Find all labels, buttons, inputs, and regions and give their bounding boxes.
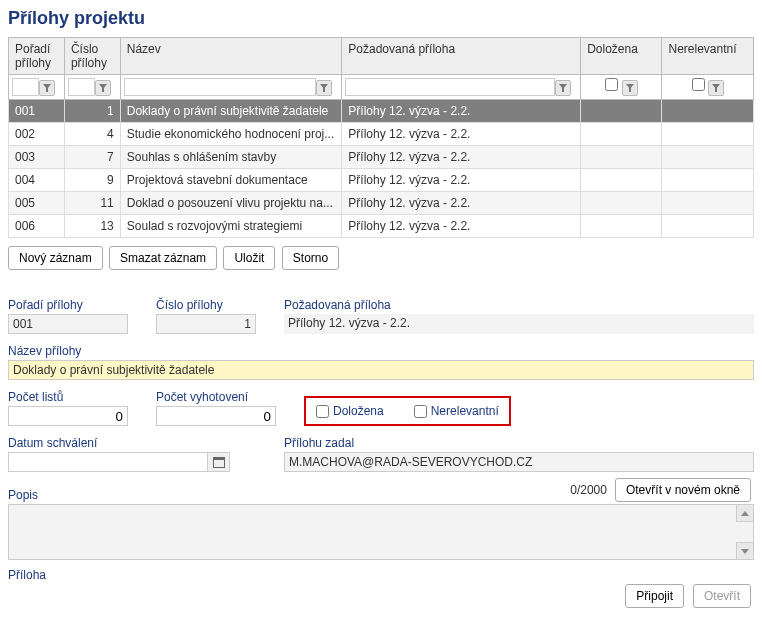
nerelevantni-checkbox[interactable] [414,405,427,418]
cell-pozad: Přílohy 12. výzva - 2.2. [342,169,581,192]
col-nazev[interactable]: Název [120,38,342,75]
poradi-label: Pořadí přílohy [8,298,128,312]
cell-nerel [662,123,754,146]
open-button[interactable]: Otevřít [693,584,751,608]
cell-pozad: Přílohy 12. výzva - 2.2. [342,192,581,215]
cell-nazev: Souhlas s ohlášením stavby [120,146,342,169]
filter-icon[interactable] [95,80,111,96]
filter-nazev[interactable] [124,78,317,96]
nazev-label: Název přílohy [8,344,754,358]
calendar-icon [213,457,225,468]
filter-poradi[interactable] [12,78,39,96]
filter-icon[interactable] [708,80,724,96]
cell-dolozena [581,100,662,123]
chevron-down-icon [741,549,749,554]
cell-nazev: Studie ekonomického hodnocení proj... [120,123,342,146]
filter-icon[interactable] [316,80,332,96]
attachments-table: Pořadí přílohy Číslo přílohy Název Požad… [8,37,754,238]
cell-cislo: 7 [64,146,120,169]
cislo-label: Číslo přílohy [156,298,256,312]
col-dolozena[interactable]: Doložena [581,38,662,75]
cell-cislo: 13 [64,215,120,238]
cell-cislo: 1 [64,100,120,123]
cell-pozad: Přílohy 12. výzva - 2.2. [342,123,581,146]
pocet-listu-label: Počet listů [8,390,128,404]
chevron-up-icon [741,511,749,516]
table-row[interactable]: 0024Studie ekonomického hodnocení proj..… [9,123,754,146]
cell-poradi: 001 [9,100,65,123]
datum-input[interactable] [8,452,208,472]
datum-label: Datum schválení [8,436,256,450]
cell-dolozena [581,169,662,192]
cell-nazev: Projektová stavební dokumentace [120,169,342,192]
filter-nerel-checkbox[interactable] [692,78,705,91]
page-title: Přílohy projektu [8,8,754,29]
scroll-down-button[interactable] [736,542,753,559]
pocet-vyhot-label: Počet vyhotovení [156,390,276,404]
highlighted-checkbox-group: Doložena Nerelevantní [304,396,511,426]
col-pozadovana[interactable]: Požadovaná příloha [342,38,581,75]
open-new-window-button[interactable]: Otevřít v novém okně [615,478,751,502]
cell-pozad: Přílohy 12. výzva - 2.2. [342,146,581,169]
cell-poradi: 003 [9,146,65,169]
zadal-value: M.MACHOVA@RADA-SEVEROVYCHOD.CZ [284,452,754,472]
cell-nerel [662,192,754,215]
attach-button[interactable]: Připojit [625,584,684,608]
pozad-label: Požadovaná příloha [284,298,754,312]
cell-nerel [662,146,754,169]
cell-pozad: Přílohy 12. výzva - 2.2. [342,100,581,123]
nazev-value[interactable]: Doklady o právní subjektivitě žadatele [8,360,754,380]
table-row[interactable]: 0049Projektová stavební dokumentacePřílo… [9,169,754,192]
dolozena-checkbox-label[interactable]: Doložena [316,404,384,418]
cell-pozad: Přílohy 12. výzva - 2.2. [342,215,581,238]
popis-label: Popis [8,488,38,502]
calendar-button[interactable] [208,452,230,472]
poradi-value: 001 [8,314,128,334]
cell-nazev: Doklady o právní subjektivitě žadatele [120,100,342,123]
cislo-value: 1 [156,314,256,334]
cell-poradi: 004 [9,169,65,192]
pocet-listu-input[interactable] [8,406,128,426]
table-row[interactable]: 00511Doklad o posouzení vlivu projektu n… [9,192,754,215]
scroll-up-button[interactable] [736,505,753,522]
table-row[interactable]: 0037Souhlas s ohlášením stavbyPřílohy 12… [9,146,754,169]
nerelevantni-checkbox-label[interactable]: Nerelevantní [414,404,499,418]
pozad-value: Přílohy 12. výzva - 2.2. [284,314,754,334]
filter-dolozena-checkbox[interactable] [605,78,618,91]
filter-icon[interactable] [39,80,55,96]
cell-nerel [662,169,754,192]
new-button[interactable]: Nový záznam [8,246,103,270]
cell-cislo: 9 [64,169,120,192]
filter-icon[interactable] [555,80,571,96]
table-row[interactable]: 0011Doklady o právní subjektivitě žadate… [9,100,754,123]
cell-dolozena [581,215,662,238]
zadal-label: Přílohu zadal [284,436,754,450]
cell-poradi: 006 [9,215,65,238]
priloha-label: Příloha [8,568,46,582]
filter-icon[interactable] [622,80,638,96]
cell-cislo: 11 [64,192,120,215]
cell-dolozena [581,146,662,169]
cell-poradi: 005 [9,192,65,215]
cell-nerel [662,100,754,123]
cell-nerel [662,215,754,238]
col-poradi[interactable]: Pořadí přílohy [9,38,65,75]
cell-cislo: 4 [64,123,120,146]
cell-dolozena [581,123,662,146]
filter-pozad[interactable] [345,78,555,96]
cell-nazev: Soulad s rozvojovými strategiemi [120,215,342,238]
cancel-button[interactable]: Storno [282,246,339,270]
popis-textarea[interactable] [8,504,754,560]
delete-button[interactable]: Smazat záznam [109,246,217,270]
col-nerelevantni[interactable]: Nerelevantní [662,38,754,75]
filter-cislo[interactable] [68,78,95,96]
popis-counter: 0/2000 [570,483,607,497]
cell-nazev: Doklad o posouzení vlivu projektu na... [120,192,342,215]
pocet-vyhot-input[interactable] [156,406,276,426]
col-cislo[interactable]: Číslo přílohy [64,38,120,75]
dolozena-checkbox[interactable] [316,405,329,418]
save-button[interactable]: Uložit [223,246,275,270]
table-row[interactable]: 00613Soulad s rozvojovými strategiemiPří… [9,215,754,238]
cell-poradi: 002 [9,123,65,146]
toolbar: Nový záznam Smazat záznam Uložit Storno [8,246,754,270]
